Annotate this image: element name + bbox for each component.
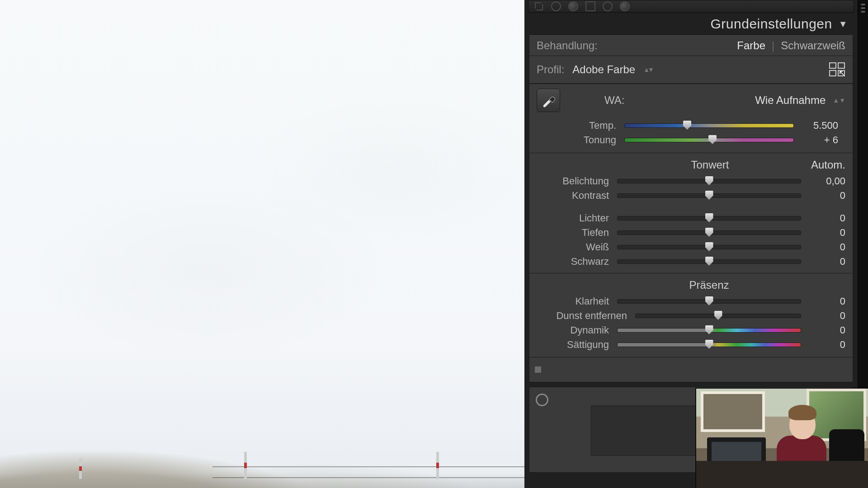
presence-group: Präsenz [529,273,853,294]
saturation-label: Sättigung [537,339,612,351]
tint-slider-thumb[interactable] [708,135,717,144]
shadows-value[interactable]: 0 [807,227,845,239]
gradient-tool-icon[interactable] [585,1,595,11]
dropdown-icon[interactable]: ▲▼ [643,66,652,73]
highlights-label: Lichter [537,212,612,224]
whites-value[interactable]: 0 [807,241,845,253]
temp-slider[interactable] [624,123,794,128]
treatment-row: Behandlung: Farbe | Schwarzweiß [529,36,853,56]
blacks-thumb[interactable] [705,257,713,266]
tone-group: Tonwert Autom. [529,153,853,174]
crop-tool-icon[interactable] [534,1,544,11]
brush-tool-icon[interactable] [620,1,630,11]
contrast-thumb[interactable] [705,191,713,200]
presence-title: Präsenz [609,279,809,291]
contrast-label: Kontrast [537,190,612,202]
preview-scenery [244,452,247,479]
separator: | [772,39,774,52]
image-preview[interactable] [0,0,524,488]
redeye-tool-icon[interactable] [568,1,578,11]
white-balance-label: WA: [604,94,624,107]
preview-scenery [0,438,524,488]
shadows-label: Tiefen [537,227,612,239]
exposure-thumb[interactable] [705,176,713,185]
temp-slider-thumb[interactable] [683,121,691,130]
preview-scenery [212,466,524,478]
preview-scenery [79,458,82,479]
tone-title: Tonwert [609,159,811,171]
profile-value[interactable]: Adobe Farbe [572,63,635,76]
vibrance-slider[interactable] [617,328,801,333]
shadows-thumb[interactable] [705,228,713,237]
white-balance-preset[interactable]: Wie Aufnahme [755,94,826,107]
cursor-icon: ↖ [838,68,846,80]
collapse-icon: ▼ [839,19,848,29]
exposure-label: Belichtung [537,175,612,187]
auto-tone-button[interactable]: Autom. [811,159,845,171]
white-balance-picker-button[interactable] [537,89,560,112]
contrast-value[interactable]: 0 [807,190,845,202]
blacks-slider[interactable] [617,259,801,264]
scroll-notch-icon [861,7,865,9]
tint-slider[interactable] [624,138,794,142]
treatment-color-toggle[interactable]: Farbe [737,39,765,52]
highlights-slider[interactable] [617,216,801,221]
dehaze-value[interactable]: 0 [807,310,845,322]
vibrance-thumb[interactable] [705,325,713,334]
treatment-bw-toggle[interactable]: Schwarzweiß [781,39,845,52]
clarity-thumb[interactable] [705,296,713,305]
svg-rect-0 [830,63,836,68]
saturation-value[interactable]: 0 [807,339,845,351]
tint-label: Tonung [544,134,619,146]
blacks-label: Schwarz [537,256,612,267]
exposure-value[interactable]: 0,00 [807,175,845,187]
spot-tool-icon[interactable] [551,1,561,11]
whites-slider[interactable] [617,245,801,249]
scroll-notch-icon [861,11,865,13]
clarity-label: Klarheit [537,296,612,307]
dehaze-label: Dunst entfernen [537,310,630,322]
tint-slider-row: Tonung + 6 [537,133,845,147]
dehaze-thumb[interactable] [714,311,722,320]
saturation-slider[interactable] [617,343,801,347]
basic-panel-header[interactable]: Grundeinstellungen ▼ [524,13,858,35]
scroll-notch-icon [861,4,865,5]
webcam-overlay [695,388,868,488]
exposure-slider[interactable] [617,179,801,183]
blacks-value[interactable]: 0 [807,256,845,267]
contrast-slider[interactable] [617,193,801,198]
whites-thumb[interactable] [705,242,713,251]
basic-panel-title: Grundeinstellungen [711,16,832,32]
svg-rect-2 [830,70,836,76]
treatment-label: Behandlung: [537,39,598,52]
highlights-value[interactable]: 0 [807,212,845,224]
highlights-thumb[interactable] [705,213,713,222]
curve-thumbnail[interactable] [591,405,698,456]
radial-tool-icon[interactable] [603,1,613,11]
preview-scenery [436,452,439,479]
temp-label: Temp. [544,120,619,131]
temp-slider-row: Temp. 5.500 [537,118,845,133]
panel-toggle-icon[interactable] [535,366,541,373]
whites-label: Weiß [537,241,612,253]
dropdown-icon[interactable]: ▲▼ [833,97,845,104]
tool-strip [528,0,854,13]
saturation-thumb[interactable] [705,340,713,349]
panel-footer [529,357,853,382]
vibrance-label: Dynamik [537,324,612,336]
dehaze-slider[interactable] [635,314,801,318]
profile-row: Profil: Adobe Farbe ▲▼ ↖ [529,56,853,83]
target-icon[interactable] [536,394,548,406]
temp-value[interactable]: 5.500 [799,120,838,131]
shadows-slider[interactable] [617,230,801,235]
clarity-value[interactable]: 0 [807,296,845,307]
profile-browser-button[interactable]: ↖ [829,62,845,77]
vibrance-value[interactable]: 0 [807,324,845,336]
tint-value[interactable]: + 6 [799,134,838,146]
profile-label: Profil: [537,63,564,76]
clarity-slider[interactable] [617,299,801,304]
